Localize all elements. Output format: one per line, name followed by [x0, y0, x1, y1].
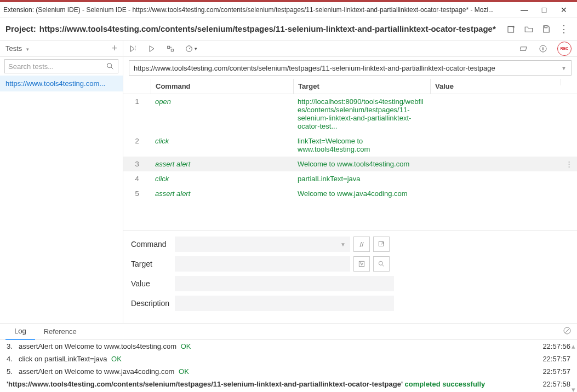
- disable-breakpoints-button[interactable]: [520, 44, 529, 53]
- test-item[interactable]: https://www.tools4testing.com...: [0, 76, 123, 91]
- row-value: [430, 157, 561, 163]
- editor-select-target-button[interactable]: [353, 256, 370, 272]
- window-close-button[interactable]: ✕: [554, 5, 574, 14]
- row-value: [430, 171, 561, 178]
- row-command: click: [151, 171, 293, 186]
- window-maximize-button[interactable]: □: [534, 5, 554, 14]
- log-line: 5.assertAlert on Welcome to www.java4cod…: [0, 365, 577, 378]
- row-menu-button: [561, 94, 577, 101]
- command-row[interactable]: 4clickpartialLinkText=java: [123, 171, 577, 186]
- log-scroll-indicator[interactable]: ▴▾: [570, 342, 576, 392]
- row-target: linkText=Welcome to www.tools4testing.co…: [293, 134, 430, 157]
- row-number: 4: [123, 171, 151, 186]
- svg-rect-1: [545, 26, 547, 28]
- svg-rect-6: [520, 47, 527, 50]
- svg-point-2: [107, 64, 112, 68]
- chevron-down-icon: ▾: [26, 47, 29, 52]
- tab-reference[interactable]: Reference: [35, 324, 85, 340]
- command-row[interactable]: 1openhttp://localhost:8090/tools4testing…: [123, 94, 577, 134]
- chevron-down-icon: ▼: [561, 65, 567, 71]
- new-project-button[interactable]: [506, 24, 517, 34]
- log-line: 3.assertAlert on Welcome to www.tools4te…: [0, 340, 577, 353]
- main-panel: Tests ▾ + https://www.tools4testing.com.…: [0, 41, 577, 323]
- editor-find-target-button[interactable]: [373, 256, 390, 272]
- svg-rect-0: [508, 26, 514, 32]
- tests-header: Tests ▾ +: [0, 41, 123, 57]
- row-target: http://localhost:8090/tools4testing/webf…: [293, 94, 430, 134]
- row-number: 2: [123, 134, 151, 148]
- row-number: 5: [123, 186, 151, 201]
- row-value: [430, 134, 561, 140]
- editor-command-label: Command: [131, 240, 175, 249]
- editor-value-input[interactable]: [175, 276, 394, 291]
- add-test-button[interactable]: +: [111, 43, 117, 54]
- window-titlebar: Extension: (Selenium IDE) - Selenium IDE…: [0, 2, 577, 18]
- log-tabs: Log Reference: [0, 324, 577, 340]
- window-title: Extension: (Selenium IDE) - Selenium IDE…: [3, 6, 515, 14]
- editor-description-label: Description: [131, 299, 175, 308]
- run-current-button[interactable]: [147, 44, 156, 53]
- tab-log[interactable]: Log: [5, 324, 35, 340]
- editor-target-input[interactable]: [175, 256, 350, 272]
- row-menu-button[interactable]: ⋮: [561, 157, 577, 171]
- editor-value-label: Value: [131, 279, 175, 288]
- row-command: assert alert: [151, 186, 293, 201]
- row-command: assert alert: [151, 157, 293, 171]
- row-number: 1: [123, 94, 151, 109]
- run-all-button[interactable]: [129, 44, 138, 53]
- open-project-button[interactable]: [523, 24, 534, 34]
- editor-newwindow-button[interactable]: [373, 237, 390, 252]
- command-row[interactable]: 2clicklinkText=Welcome to www.tools4test…: [123, 134, 577, 157]
- speed-button[interactable]: ▾: [185, 44, 197, 53]
- more-menu-button[interactable]: ⋮: [558, 24, 569, 34]
- row-number: 3: [123, 157, 151, 171]
- command-row[interactable]: 5assert alertWelcome to www.java4coding.…: [123, 186, 577, 201]
- row-value: [430, 186, 561, 193]
- project-bar: Project: https://www.tools4testing.com/c…: [0, 18, 577, 41]
- row-command: open: [151, 94, 293, 109]
- svg-rect-8: [379, 241, 383, 246]
- row-menu-button: [561, 186, 577, 193]
- row-menu-button: [561, 134, 577, 140]
- row-target: Welcome to www.java4coding.com: [293, 186, 430, 201]
- svg-point-10: [379, 261, 382, 265]
- row-command: click: [151, 134, 293, 148]
- playback-toolbar: ▾ REC: [123, 41, 577, 57]
- row-value: [430, 94, 561, 101]
- save-project-button[interactable]: [541, 24, 552, 34]
- log-body: 3.assertAlert on Welcome to www.tools4te…: [0, 340, 577, 392]
- svg-rect-3: [168, 46, 170, 48]
- log-panel: Log Reference 3.assertAlert on Welcome t…: [0, 323, 577, 392]
- editor-disable-button[interactable]: //: [353, 237, 370, 252]
- tests-dropdown[interactable]: Tests ▾: [5, 44, 29, 53]
- command-table: Command Target Value 1openhttp://localho…: [123, 79, 577, 230]
- svg-point-7: [540, 45, 546, 52]
- editor-command-input[interactable]: ▼: [175, 237, 350, 252]
- search-tests-input[interactable]: [4, 59, 118, 73]
- row-target: partialLinkText=java: [293, 171, 430, 186]
- row-target: Welcome to www.tools4testing.com: [293, 157, 430, 171]
- clear-log-button[interactable]: [563, 326, 572, 337]
- base-url-input[interactable]: https://www.tools4testing.com/contents/s…: [129, 60, 572, 76]
- pause-button[interactable]: [539, 44, 547, 53]
- project-name: https://www.tools4testing.com/contents/s…: [39, 24, 506, 33]
- search-icon: [106, 62, 115, 71]
- window-minimize-button[interactable]: —: [515, 5, 534, 14]
- svg-rect-4: [171, 49, 173, 51]
- command-table-header: Command Target Value: [123, 79, 577, 94]
- log-completed-line: 'https://www.tools4testing.com/contents/…: [0, 378, 577, 390]
- log-line: 4.click on partialLinkText=java OK22:57:…: [0, 353, 577, 365]
- editor-description-input[interactable]: [175, 296, 394, 311]
- tests-sidebar: Tests ▾ + https://www.tools4testing.com.…: [0, 41, 123, 323]
- row-menu-button: [561, 171, 577, 178]
- step-button[interactable]: [166, 44, 175, 53]
- project-label: Project:: [5, 24, 36, 33]
- command-row[interactable]: 3assert alertWelcome to www.tools4testin…: [123, 157, 577, 171]
- editor-target-label: Target: [131, 260, 175, 268]
- work-area: ▾ REC https://www.tools4testing.com/cont…: [123, 41, 577, 323]
- command-editor: Command ▼ // Target Value Description: [123, 230, 577, 323]
- record-button[interactable]: REC: [557, 42, 572, 56]
